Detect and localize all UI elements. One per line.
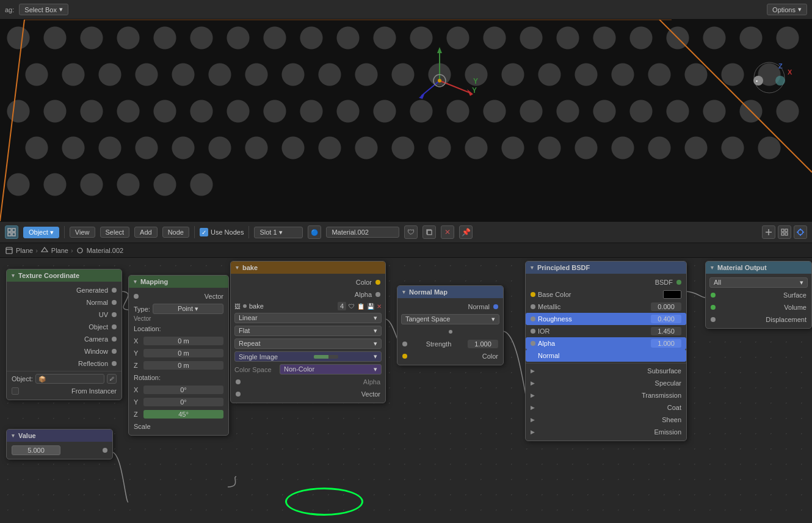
normal-map-space-dropdown[interactable]: Tangent Space ▾ — [401, 314, 499, 324]
normal-map-color-in-socket[interactable] — [402, 354, 407, 359]
bake-image-number: 4 — [338, 302, 346, 310]
principled-normal-socket[interactable] — [531, 353, 535, 358]
material-pin-icon[interactable]: 📌 — [459, 225, 473, 239]
output-volume-socket[interactable] — [711, 305, 716, 310]
mapping-loc-x-field[interactable]: 0 m — [143, 337, 223, 345]
value-title: Value — [18, 432, 36, 439]
select-box-dropdown[interactable]: Select Box ▾ — [19, 4, 68, 15]
object-input-field[interactable]: 📦 — [35, 374, 104, 384]
normal-map-strength-in-socket[interactable] — [402, 342, 407, 346]
add-menu-button[interactable]: Add — [134, 227, 158, 238]
mapping-loc-y-field[interactable]: 0 m — [143, 349, 223, 357]
principled-ior-socket[interactable] — [531, 329, 535, 334]
mapping-loc-z-row: Z 0 m — [129, 359, 228, 371]
tex-coord-window-socket[interactable] — [112, 349, 117, 354]
tex-coord-normal-row: Normal — [7, 296, 121, 309]
bake-filter-dropdown[interactable]: Linear ▾ — [234, 313, 382, 323]
output-all-dropdown[interactable]: All ▾ — [709, 277, 808, 288]
tex-coord-object-row: Object — [7, 321, 121, 333]
node-editor-settings-icon[interactable] — [794, 225, 807, 239]
bake-alpha-in-socket[interactable] — [236, 379, 241, 384]
use-nodes-checkbox[interactable]: ✓ Use Nodes — [200, 228, 244, 236]
node-editor-icon[interactable] — [5, 225, 18, 239]
principled-ior-field[interactable]: 1.450 — [651, 327, 681, 335]
bake-image-name: bake — [249, 302, 335, 310]
bake-vector-in-socket[interactable] — [236, 392, 241, 397]
principled-base-color-socket[interactable] — [531, 292, 535, 297]
principled-alpha-socket[interactable] — [531, 341, 535, 346]
bake-vector-in-label: Vector — [361, 390, 380, 398]
bake-header[interactable]: ▾ bake — [231, 262, 385, 274]
mapping-vector-in-socket[interactable] — [134, 294, 139, 299]
bake-save-icon[interactable]: 💾 — [367, 303, 374, 310]
view-menu-button[interactable]: View — [70, 227, 95, 238]
mapping-type-dropdown[interactable]: Point ▾ — [153, 304, 223, 314]
mapping-rot-x-field[interactable]: 0° — [143, 386, 223, 394]
principled-roughness-field[interactable]: 0.400 — [651, 315, 681, 323]
object-pick-icon[interactable]: 🖉 — [107, 374, 117, 384]
select-menu-button[interactable]: Select — [100, 227, 130, 238]
principled-metallic-socket[interactable] — [531, 304, 535, 309]
material-copy-icon[interactable] — [422, 225, 436, 239]
principled-base-color-row: Base Color — [526, 288, 686, 301]
principled-title: Principled BSDF — [537, 264, 590, 271]
mapping-vector-section-label: Vector — [129, 315, 228, 323]
slot-dropdown[interactable]: Slot 1 ▾ — [254, 227, 303, 238]
tex-coord-object-socket[interactable] — [112, 324, 117, 329]
options-button[interactable]: Options ▾ — [767, 4, 807, 15]
principled-roughness-socket[interactable] — [531, 316, 535, 321]
toolbar-separator-1 — [64, 226, 65, 238]
normal-map-collapse-icon: ▾ — [402, 289, 405, 295]
bake-extension-dropdown[interactable]: Repeat ▾ — [234, 338, 382, 349]
principled-bsdf-output-socket[interactable] — [676, 280, 681, 285]
object-mode-arrow: ▾ — [50, 229, 54, 236]
tex-coord-camera-label: Camera — [12, 335, 108, 343]
material-shield-icon[interactable]: 🛡 — [404, 225, 418, 239]
tex-coord-camera-socket[interactable] — [112, 337, 117, 342]
bake-colorspace-container: Color Space Non-Color ▾ — [234, 364, 382, 375]
mapping-rot-y-field[interactable]: 0° — [143, 398, 223, 406]
value-output-socket[interactable] — [103, 448, 107, 453]
value-header[interactable]: ▾ Value — [7, 430, 112, 442]
output-header[interactable]: ▾ Material Output — [706, 262, 811, 274]
bake-close-icon[interactable]: ✕ — [377, 303, 382, 310]
principled-alpha-row: Alpha 1.000 — [526, 337, 686, 349]
add-node-icon[interactable] — [762, 225, 775, 239]
mapping-loc-z-field[interactable]: 0 m — [143, 361, 223, 370]
principled-header[interactable]: ▾ Principled BSDF — [526, 262, 686, 274]
bake-projection-dropdown[interactable]: Flat ▾ — [234, 326, 382, 336]
material-name-field[interactable]: Material.002 — [326, 227, 399, 238]
object-mode-button[interactable]: Object ▾ — [23, 227, 59, 238]
annotation-circle-non-color — [285, 488, 363, 516]
mapping-header[interactable]: ▾ Mapping — [129, 276, 228, 288]
output-displacement-socket[interactable] — [711, 317, 716, 322]
normal-map-header[interactable]: ▾ Normal Map — [397, 286, 503, 298]
bake-color-socket[interactable] — [375, 280, 380, 285]
material-delete-icon[interactable]: ✕ — [441, 225, 454, 239]
bake-source-field[interactable]: Single Image ▾ — [234, 351, 382, 362]
bake-shield-icon[interactable]: 🛡 — [349, 303, 355, 310]
normal-map-strength-field[interactable]: 1.000 — [468, 340, 498, 348]
node-menu-button[interactable]: Node — [162, 227, 189, 238]
bake-copy-icon[interactable]: 📋 — [357, 303, 364, 310]
svg-rect-27 — [781, 229, 784, 232]
normal-map-output-socket[interactable] — [493, 304, 498, 309]
principled-metallic-field[interactable]: 0.000 — [651, 302, 681, 311]
value-field[interactable]: 5.000 — [12, 445, 60, 455]
principled-emission-arrow: ▶ — [531, 429, 535, 435]
tex-coord-header[interactable]: ▾ Texture Coordinate — [7, 269, 121, 282]
principled-collapse-icon: ▾ — [531, 265, 534, 271]
zoom-to-fit-icon[interactable] — [778, 225, 791, 239]
mapping-rot-z-field[interactable]: 45° — [143, 410, 223, 419]
tex-coord-generated-socket[interactable] — [112, 288, 117, 293]
from-instancer-checkbox[interactable] — [12, 387, 19, 395]
principled-base-color-swatch[interactable] — [663, 290, 681, 299]
output-surface-socket[interactable] — [711, 293, 716, 298]
bake-alpha-socket[interactable] — [375, 292, 380, 297]
tex-coord-normal-socket[interactable] — [112, 300, 117, 305]
bake-colorspace-dropdown[interactable]: Non-Color ▾ — [280, 364, 382, 375]
tex-coord-uv-socket[interactable] — [112, 312, 117, 317]
principled-alpha-field[interactable]: 1.000 — [651, 339, 681, 348]
browse-material-icon[interactable]: 🔵 — [308, 225, 321, 239]
tex-coord-reflection-socket[interactable] — [112, 361, 117, 366]
